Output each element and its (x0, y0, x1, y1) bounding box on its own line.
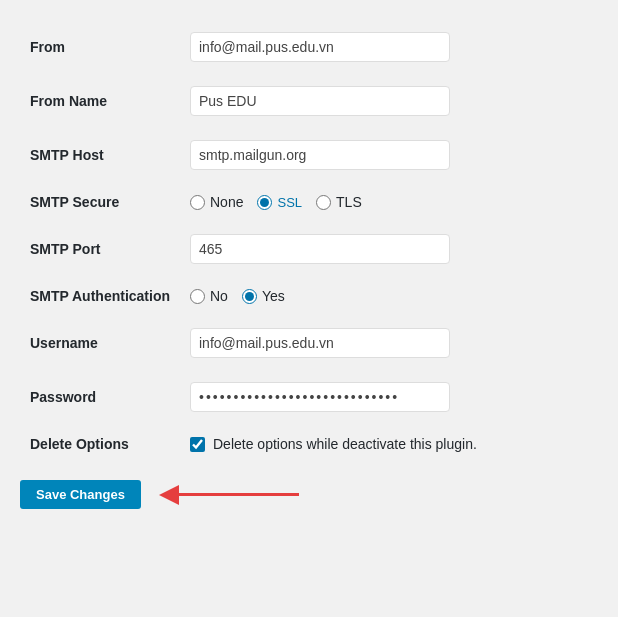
username-label: Username (20, 316, 180, 370)
smtp-auth-group: No Yes (190, 288, 588, 304)
smtp-host-label: SMTP Host (20, 128, 180, 182)
delete-options-label: Delete Options (20, 424, 180, 464)
smtp-secure-none-option[interactable]: None (190, 194, 243, 210)
delete-options-group: Delete options while deactivate this plu… (190, 436, 588, 452)
smtp-port-input[interactable] (190, 234, 450, 264)
smtp-secure-ssl-radio[interactable] (257, 195, 272, 210)
smtp-secure-tls-option[interactable]: TLS (316, 194, 362, 210)
smtp-auth-yes-label: Yes (262, 288, 285, 304)
smtp-secure-row: SMTP Secure None SSL TLS (20, 182, 598, 222)
smtp-secure-tls-radio[interactable] (316, 195, 331, 210)
username-row: Username (20, 316, 598, 370)
smtp-auth-label: SMTP Authentication (20, 276, 180, 316)
username-input[interactable] (190, 328, 450, 358)
smtp-secure-group: None SSL TLS (190, 194, 588, 210)
password-row: Password (20, 370, 598, 424)
arrow-head-icon (159, 485, 179, 505)
from-name-label: From Name (20, 74, 180, 128)
smtp-auth-no-label: No (210, 288, 228, 304)
from-row: From (20, 20, 598, 74)
from-name-row: From Name (20, 74, 598, 128)
smtp-auth-yes-radio[interactable] (242, 289, 257, 304)
arrow-shaft-icon (179, 493, 299, 496)
smtp-port-row: SMTP Port (20, 222, 598, 276)
smtp-port-label: SMTP Port (20, 222, 180, 276)
save-btn-row: Save Changes (20, 480, 598, 509)
smtp-auth-row: SMTP Authentication No Yes (20, 276, 598, 316)
smtp-auth-no-radio[interactable] (190, 289, 205, 304)
smtp-secure-none-label: None (210, 194, 243, 210)
smtp-secure-ssl-label: SSL (277, 195, 302, 210)
delete-options-text: Delete options while deactivate this plu… (213, 436, 477, 452)
smtp-auth-no-option[interactable]: No (190, 288, 228, 304)
smtp-host-row: SMTP Host (20, 128, 598, 182)
delete-options-row: Delete Options Delete options while deac… (20, 424, 598, 464)
password-label: Password (20, 370, 180, 424)
from-label: From (20, 20, 180, 74)
smtp-host-input[interactable] (190, 140, 450, 170)
smtp-secure-ssl-option[interactable]: SSL (257, 195, 302, 210)
settings-form: From From Name SMTP Host SMTP Secure (20, 20, 598, 464)
smtp-secure-tls-label: TLS (336, 194, 362, 210)
from-input[interactable] (190, 32, 450, 62)
arrow-indicator (159, 485, 299, 505)
from-name-input[interactable] (190, 86, 450, 116)
smtp-secure-label: SMTP Secure (20, 182, 180, 222)
delete-options-checkbox[interactable] (190, 437, 205, 452)
smtp-auth-yes-option[interactable]: Yes (242, 288, 285, 304)
save-changes-button[interactable]: Save Changes (20, 480, 141, 509)
password-input[interactable] (190, 382, 450, 412)
smtp-secure-none-radio[interactable] (190, 195, 205, 210)
